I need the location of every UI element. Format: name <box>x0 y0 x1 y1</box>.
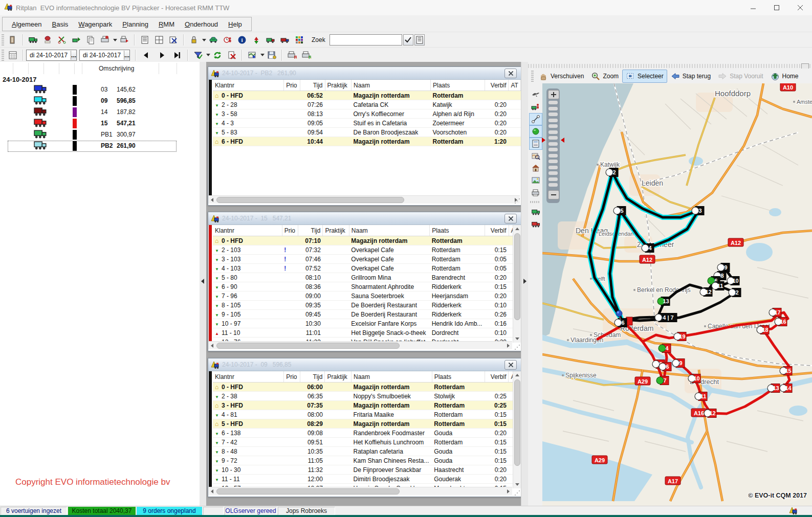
lock-icon[interactable] <box>187 33 201 47</box>
map-side-tool-form-doc[interactable] <box>529 138 542 150</box>
scroll-left-arrow[interactable] <box>208 487 216 495</box>
route-window-2[interactable]: 24-10-2017 - 15 547,21KlantnrPrioTijdPra… <box>208 212 521 351</box>
zoom-level-segment[interactable] <box>548 124 558 128</box>
zoom-in-button[interactable] <box>548 90 559 99</box>
horizontal-scrollbar[interactable] <box>208 487 512 495</box>
zoom-level-segment[interactable] <box>548 142 558 146</box>
vertical-scrollbar[interactable] <box>513 371 521 488</box>
route-stop-marker[interactable]: 10 <box>688 374 700 383</box>
date-from-picker-button[interactable]: ... <box>71 51 76 60</box>
column-header-klantnr[interactable]: Klantnr <box>213 80 284 91</box>
collapse-left-icon[interactable] <box>201 279 204 284</box>
report-list-icon[interactable] <box>138 33 152 47</box>
zoom-level-segment[interactable] <box>548 154 558 158</box>
map-side-tool-bird[interactable] <box>529 88 542 101</box>
scroll-up-arrow[interactable] <box>513 371 521 379</box>
horizontal-scrollbar[interactable] <box>208 195 520 204</box>
report-cross-icon[interactable] <box>166 33 181 47</box>
route-stop-marker[interactable]: 13 <box>767 384 780 393</box>
route-stop-marker[interactable]: 10 <box>727 277 739 285</box>
exit-door-icon[interactable] <box>6 33 20 47</box>
route-stop-row[interactable]: ▼6 - 13809:08Randenbroek FoodmasterGouda… <box>213 429 521 438</box>
window-close-button[interactable] <box>504 214 517 223</box>
map-tool-stap-terug[interactable]: Stap terug <box>667 70 714 83</box>
search-input[interactable] <box>330 34 402 46</box>
route-window-titlebar[interactable]: 24-10-2017 - PB2 261,90 <box>208 67 521 80</box>
column-header-praktijk[interactable]: Praktijk <box>325 80 352 91</box>
route-stop-row[interactable]: ⌂0 - HFD07:10Magazijn rotterdamRotterdam <box>213 236 521 245</box>
check-button[interactable] <box>403 34 413 46</box>
scroll-right-arrow[interactable] <box>504 342 512 349</box>
info-icon[interactable]: i <box>235 33 249 47</box>
route-stop-row[interactable]: ▲11 - 1011:01Het Biggetje Snack-o-theekD… <box>213 328 521 338</box>
printer-r-red-button[interactable]: R <box>285 49 299 62</box>
zoom-level-segment[interactable] <box>548 113 558 116</box>
menu-item-rmm[interactable]: RMM <box>153 18 180 30</box>
column-header-naam[interactable]: Naam <box>349 225 429 236</box>
zoom-level-segment[interactable] <box>548 136 558 140</box>
date-to-picker-button[interactable]: ... <box>124 51 129 60</box>
window-close-button[interactable] <box>504 69 517 78</box>
car-green-icon[interactable] <box>206 33 221 47</box>
map-side-tool-house[interactable] <box>529 162 542 174</box>
column-header-verblf[interactable]: Verblf <box>485 371 509 383</box>
route-stop-marker[interactable]: 14 <box>780 384 792 393</box>
scroll-down-arrow[interactable] <box>513 335 521 343</box>
route-stop-row[interactable]: ▼9 - 7211:05Kam Shan Chinees Resta...Gou… <box>213 456 521 465</box>
route-stop-row[interactable]: ▼2 - 103!07:32Overkapel CafeRotterdam0:1… <box>213 245 521 255</box>
menu-item-basis[interactable]: Basis <box>47 18 74 30</box>
route-stop-marker[interactable]: 2 <box>729 288 741 297</box>
zoom-level-segment[interactable] <box>548 166 558 169</box>
route-stop-marker[interactable]: 6 <box>659 363 671 371</box>
route-stop-marker[interactable]: 9 <box>717 263 730 272</box>
report-grid-icon[interactable] <box>152 33 166 47</box>
map-side-tool-truck-green2[interactable] <box>529 206 542 218</box>
column-header-praktijk[interactable]: Praktijk <box>325 371 352 383</box>
scissors-icon[interactable] <box>55 33 69 47</box>
date-from-value[interactable]: di 24-10-2017 <box>27 52 71 59</box>
resize-grip[interactable] <box>514 197 521 205</box>
route-stop-row[interactable]: ▼3 - 5808:13Orry's KoffiecornerAlphen a/… <box>213 109 521 119</box>
calendar-button[interactable] <box>6 49 20 62</box>
printer-export-icon[interactable] <box>117 33 131 47</box>
refresh-green-button[interactable] <box>210 49 225 62</box>
route-stop-marker[interactable]: 12 <box>704 409 716 418</box>
zoom-level-segment[interactable] <box>548 148 558 151</box>
stamp-red-icon[interactable] <box>40 33 55 47</box>
vertical-scrollbar[interactable] <box>513 225 521 343</box>
route-stop-row[interactable]: ⌂3 - HFD07:35Magazijn rotterdamRotterdam… <box>213 401 521 410</box>
menu-item-planning[interactable]: Planning <box>117 18 153 30</box>
truck-import-icon[interactable] <box>69 33 83 47</box>
zoom-level-segment[interactable] <box>548 160 558 163</box>
dropdown-caret-icon[interactable] <box>113 39 117 41</box>
scroll-thumb[interactable] <box>514 379 520 466</box>
scroll-thumb[interactable] <box>216 197 404 203</box>
column-header-plaats[interactable]: Plaats <box>431 80 485 91</box>
page-cross-button[interactable] <box>225 49 239 62</box>
right-splitter[interactable] <box>521 62 529 506</box>
minimize-button[interactable] <box>741 0 765 15</box>
truck-green-icon[interactable] <box>26 33 40 47</box>
left-splitter[interactable] <box>200 62 207 506</box>
route-stop-row[interactable]: ▼6 - 9008:36Shoarmatent AphroditeRidderk… <box>213 282 521 291</box>
printer-r-green-button[interactable]: R <box>299 49 314 62</box>
maximize-button[interactable] <box>765 0 788 15</box>
route-disk-button[interactable] <box>265 49 279 62</box>
collapse-right-icon[interactable] <box>523 279 526 284</box>
date-to-value[interactable]: di 24-10-2017 <box>80 52 124 59</box>
map-side-tool-truck-person[interactable] <box>529 101 542 113</box>
scroll-thumb[interactable] <box>216 488 400 494</box>
route-stop-marker[interactable]: 11 <box>712 282 724 290</box>
zoom-level-segment[interactable] <box>548 130 558 134</box>
map-tool-verschuiven[interactable]: Verschuiven <box>535 70 587 83</box>
column-header-prio[interactable]: Prio <box>284 371 300 383</box>
route-stop-row[interactable]: ▼5 - 8008:10Grillroom MinaBarendrecht0:2… <box>213 273 521 282</box>
route-stop-marker[interactable]: 4 <box>642 244 654 253</box>
map-tool-zoom[interactable]: Zoom <box>587 70 622 83</box>
route-stop-row[interactable]: ▼3 - 103!07:46Overkapel CafeRotterdam0:0… <box>213 255 521 264</box>
zoom-level-segment[interactable] <box>548 177 558 181</box>
prev-day-button[interactable] <box>139 49 154 62</box>
route-stop-marker[interactable]: 18 <box>757 326 769 334</box>
route-stop-row[interactable]: ▼8 - 10509:35De Boerderij RestaurantRidd… <box>213 301 521 310</box>
scroll-down-arrow[interactable] <box>513 481 521 488</box>
